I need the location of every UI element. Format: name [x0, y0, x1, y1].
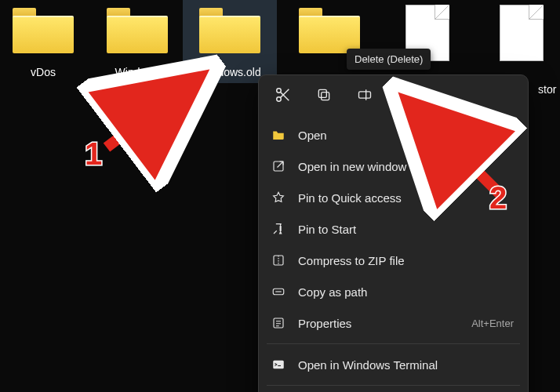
- rename-icon: [357, 87, 373, 103]
- tooltip-delete: Delete (Delete): [347, 49, 431, 70]
- item-label: vDos: [0, 64, 86, 83]
- svg-rect-3: [318, 89, 326, 97]
- menu-item-label: Copy as path: [298, 285, 514, 299]
- menu-separator: [267, 343, 520, 344]
- menu-item-label: Open in Windows Terminal: [298, 358, 514, 372]
- menu-separator: [267, 385, 520, 386]
- folder-icon: [102, 5, 173, 61]
- zip-icon: [270, 252, 287, 269]
- svg-point-1: [277, 89, 282, 93]
- item-label: [478, 64, 560, 71]
- menu-item-properties[interactable]: Properties Alt+Enter: [259, 307, 528, 339]
- star-icon: [270, 189, 287, 206]
- svg-rect-4: [359, 92, 371, 98]
- svg-rect-2: [322, 93, 329, 100]
- menu-item-label: Compress to ZIP file: [298, 254, 514, 267]
- rename-button[interactable]: [351, 82, 378, 108]
- folder-icon: [270, 126, 287, 143]
- pin-icon: [270, 220, 287, 238]
- menu-item-pin-start[interactable]: Pin to Start: [259, 213, 528, 245]
- copy-button[interactable]: [311, 82, 337, 108]
- callout-number-2: 2: [489, 180, 507, 216]
- scissors-icon: [275, 86, 292, 103]
- svg-point-0: [277, 97, 282, 102]
- folder-icon: [195, 5, 265, 61]
- svg-line-17: [403, 97, 502, 196]
- folder-icon: [8, 5, 78, 61]
- terminal-icon: [270, 356, 287, 373]
- document-icon: [500, 5, 544, 61]
- menu-item-label: Pin to Start: [298, 223, 514, 236]
- menu-item-compress-zip[interactable]: Compress to ZIP file: [259, 245, 528, 276]
- svg-rect-10: [273, 361, 284, 369]
- menu-item-copy-as-path[interactable]: Copy as path: [259, 276, 528, 307]
- menu-item-shortcut: Alt+Enter: [471, 318, 514, 329]
- callout-number-1: 1: [85, 136, 102, 172]
- cut-button[interactable]: [270, 82, 296, 108]
- copy-icon: [316, 87, 332, 103]
- external-icon: [270, 158, 287, 175]
- desktop-item[interactable]: vDos: [0, 0, 86, 83]
- copy-path-icon: [270, 283, 287, 300]
- menu-item-open-terminal[interactable]: Open in Windows Terminal: [259, 349, 528, 380]
- item-label: stor: [538, 83, 556, 96]
- callout-arrow-1: [94, 63, 220, 157]
- menu-item-label: Properties: [298, 317, 471, 330]
- desktop-item[interactable]: [478, 0, 560, 71]
- properties-icon: [270, 314, 287, 332]
